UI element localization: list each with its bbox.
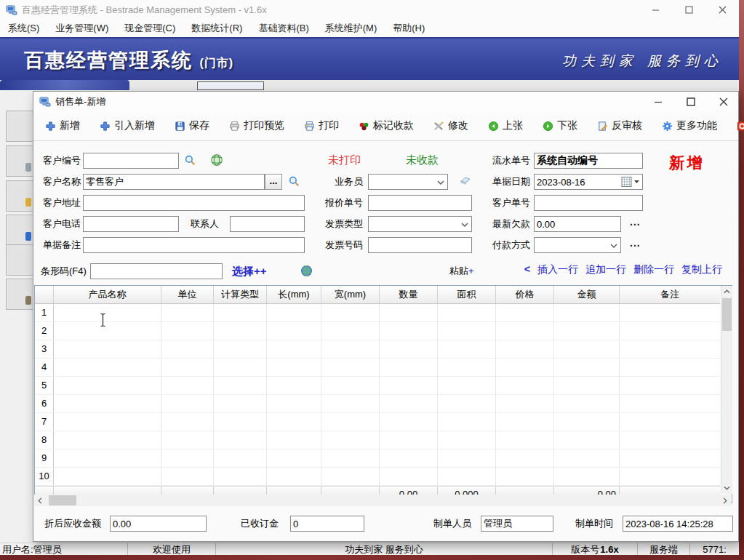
table-cell[interactable] (267, 322, 321, 340)
table-cell[interactable] (161, 468, 214, 485)
table-row[interactable]: 7 (35, 413, 720, 431)
table-cell[interactable] (438, 431, 496, 449)
table-row[interactable]: 2 (35, 322, 720, 340)
table-cell[interactable] (54, 304, 161, 321)
customer-no-input[interactable] (83, 153, 179, 169)
table-cell[interactable] (496, 322, 554, 340)
table-cell[interactable] (620, 395, 720, 412)
table-cell[interactable] (620, 468, 720, 485)
salesman-select[interactable] (368, 174, 448, 190)
table-row[interactable]: 6 (35, 395, 720, 413)
table-cell[interactable] (554, 377, 620, 394)
header-length[interactable]: 长(mm) (267, 286, 321, 303)
header-width[interactable]: 宽(mm) (321, 286, 380, 303)
header-unit[interactable]: 单位 (161, 286, 214, 303)
toolbar-more-functions-button[interactable]: 更多功能 (662, 119, 717, 132)
table-cell[interactable] (496, 395, 554, 412)
table-cell[interactable] (214, 340, 267, 358)
table-cell[interactable] (267, 449, 321, 467)
menu-system[interactable]: 系统(S) (0, 20, 47, 37)
header-price[interactable]: 价格 (496, 286, 554, 303)
table-cell[interactable] (620, 322, 720, 340)
table-row[interactable]: 1 (35, 304, 720, 322)
table-cell[interactable] (380, 431, 438, 449)
table-cell[interactable] (321, 413, 380, 431)
table-cell[interactable] (321, 395, 380, 412)
header-product-name[interactable]: 产品名称 (54, 286, 161, 303)
barcode-input[interactable] (90, 263, 223, 279)
menu-basedata[interactable]: 基础资料(B) (250, 20, 316, 37)
invoice-type-select[interactable] (368, 216, 472, 232)
table-cell[interactable] (380, 340, 438, 358)
header-calc-type[interactable]: 计算类型 (214, 286, 267, 303)
toolbar-next-button[interactable]: 下张 (543, 119, 577, 132)
table-cell[interactable] (161, 340, 214, 358)
table-cell[interactable] (214, 449, 267, 467)
table-cell[interactable] (380, 468, 438, 485)
calendar-dropdown-icon[interactable] (621, 177, 640, 187)
table-cell[interactable] (54, 395, 161, 412)
toolbar-prev-button[interactable]: 上张 (488, 119, 523, 132)
back-arrow[interactable]: < (524, 263, 530, 276)
table-cell[interactable] (161, 359, 214, 376)
table-cell[interactable] (161, 449, 214, 467)
deposit-input[interactable] (290, 516, 364, 532)
table-cell[interactable] (214, 304, 267, 321)
contact-input[interactable] (230, 216, 305, 232)
menu-maintenance[interactable]: 系统维护(M) (317, 20, 385, 37)
table-cell[interactable] (496, 431, 554, 449)
toolbar-mark-paid-button[interactable]: 标记收款 (359, 119, 414, 132)
table-cell[interactable] (380, 359, 438, 376)
table-cell[interactable] (214, 322, 267, 340)
table-cell[interactable] (554, 304, 620, 321)
scroll-right-arrow[interactable] (719, 495, 731, 506)
table-cell[interactable] (438, 322, 496, 340)
table-row[interactable]: 9 (35, 449, 720, 468)
table-cell[interactable] (438, 304, 496, 321)
table-cell[interactable] (161, 413, 214, 431)
table-cell[interactable] (321, 340, 380, 358)
active-tab[interactable] (0, 80, 129, 90)
toolbar-new-button[interactable]: 新增 (45, 119, 80, 132)
table-cell[interactable] (267, 431, 321, 449)
table-cell[interactable] (54, 413, 161, 431)
table-cell[interactable] (54, 359, 161, 376)
vertical-scrollbar[interactable] (721, 286, 732, 494)
close-button[interactable] (705, 0, 739, 20)
select-link[interactable]: 选择++ (232, 263, 267, 279)
table-cell[interactable] (267, 468, 321, 485)
table-cell[interactable] (620, 340, 720, 358)
table-cell[interactable] (214, 377, 267, 394)
table-cell[interactable] (321, 377, 380, 394)
table-cell[interactable] (214, 395, 267, 412)
pay-method-more-dots[interactable]: ... (630, 237, 641, 249)
table-cell[interactable] (496, 304, 554, 321)
table-cell[interactable] (321, 468, 380, 485)
sidebar-button[interactable] (6, 244, 33, 276)
table-cell[interactable] (380, 304, 438, 321)
table-cell[interactable] (554, 395, 620, 412)
debt-input[interactable] (534, 216, 621, 232)
table-cell[interactable] (161, 322, 214, 340)
maximize-button[interactable] (672, 0, 705, 20)
table-cell[interactable] (321, 449, 380, 467)
table-cell[interactable] (620, 431, 720, 449)
toolbar-close-button[interactable]: 关闭 (737, 119, 744, 132)
table-cell[interactable] (161, 431, 214, 449)
table-cell[interactable] (161, 395, 214, 412)
table-cell[interactable] (554, 359, 620, 376)
table-cell[interactable] (267, 413, 321, 431)
table-cell[interactable] (438, 468, 496, 485)
table-cell[interactable] (54, 322, 161, 340)
minimize-button[interactable] (639, 0, 672, 20)
globe-icon[interactable] (300, 265, 313, 277)
toolbar-import-new-button[interactable]: 引入新增 (100, 119, 155, 132)
table-cell[interactable] (438, 449, 496, 467)
table-cell[interactable] (267, 359, 321, 376)
search-icon[interactable] (184, 154, 196, 167)
horizontal-scrollbar[interactable] (34, 495, 731, 506)
invoice-no-input[interactable] (368, 237, 472, 253)
toolbar-modify-button[interactable]: 修改 (433, 119, 468, 132)
table-cell[interactable] (321, 431, 380, 449)
sidebar-button[interactable] (6, 111, 33, 142)
